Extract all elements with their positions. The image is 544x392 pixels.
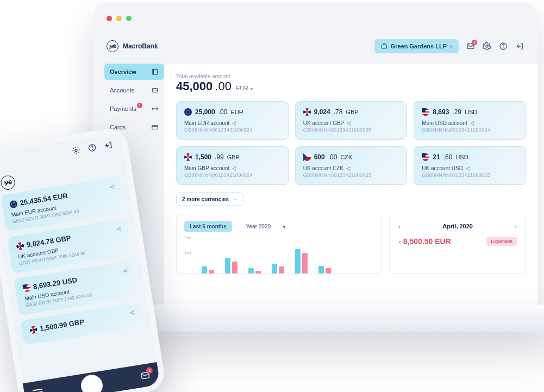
account-currency: USD xyxy=(455,154,468,160)
account-balance: 9,024 xyxy=(314,108,330,116)
svg-rect-0 xyxy=(382,45,386,49)
account-card[interactable]: 8,693.29 USD Main USD account GB06NNNN00… xyxy=(414,101,526,140)
menu-button[interactable] xyxy=(33,389,43,392)
logo-icon: M B xyxy=(107,40,118,52)
sidebar-item-overview[interactable]: Overview xyxy=(104,64,164,80)
flag-icon xyxy=(303,153,311,161)
share-icon[interactable] xyxy=(116,226,122,232)
account-card[interactable]: 9,024.78 GBP UK account GBP GB06NNNN0012… xyxy=(295,101,408,140)
account-iban: GB06NNNN00123421000024 xyxy=(184,127,280,133)
expenses-value: - 8,500.50 EUR xyxy=(398,237,451,246)
svg-point-11 xyxy=(347,123,348,124)
maximize-dot[interactable] xyxy=(126,16,132,21)
sidebar-item-label: Accounts xyxy=(110,87,134,94)
svg-point-38 xyxy=(130,313,131,314)
currency-chevron-icon[interactable]: ▾ xyxy=(251,86,253,91)
share-icon[interactable] xyxy=(122,267,128,273)
bar-pair xyxy=(225,258,237,273)
expense-bar xyxy=(279,266,284,273)
account-balance: 21 xyxy=(433,153,440,161)
account-iban: GB06NNNN00123421000025 xyxy=(303,172,399,178)
bar-pair xyxy=(248,268,261,273)
svg-point-28 xyxy=(92,150,93,150)
svg-rect-5 xyxy=(152,69,157,74)
svg-point-39 xyxy=(133,310,134,312)
accounts-icon xyxy=(151,86,159,94)
help-icon[interactable] xyxy=(87,143,97,153)
chevron-down-icon: ▾ xyxy=(278,222,291,232)
account-card[interactable]: 21.60 USD UK account USD GB06NNNN0012342… xyxy=(414,146,526,185)
account-card[interactable]: 600.00 CZK UK account CZK GB06NNNN001234… xyxy=(295,146,408,185)
flag-icon xyxy=(422,153,429,161)
gear-icon[interactable] xyxy=(71,145,81,155)
share-icon[interactable] xyxy=(346,121,352,126)
account-iban: GB06NNNN00123421000024 xyxy=(422,127,518,133)
share-icon[interactable] xyxy=(232,121,237,126)
share-icon[interactable] xyxy=(232,166,237,171)
org-selector[interactable]: Green Gardens LLP ▾ xyxy=(374,39,459,53)
chevron-down-icon: ▾ xyxy=(450,44,452,49)
svg-point-13 xyxy=(350,124,351,125)
expense-bar xyxy=(232,262,237,273)
share-icon[interactable] xyxy=(109,184,115,190)
account-currency: CZK xyxy=(340,154,352,160)
share-icon[interactable] xyxy=(129,309,135,315)
svg-point-40 xyxy=(133,313,134,314)
brand: M B MacroBank xyxy=(107,40,158,52)
total-amount: 45,000.00 EUR ▾ xyxy=(176,79,526,94)
flag-icon xyxy=(29,325,38,334)
account-grid: 25,000.00 EUR Main EUR account GB06NNNN0… xyxy=(176,101,526,185)
account-name: Main GBP account xyxy=(184,165,280,171)
range-tab-6m[interactable]: Last 6 months xyxy=(184,221,232,232)
mobile-balance: 1,500.99 GBP xyxy=(39,318,85,333)
brand-name: MacroBank xyxy=(123,42,158,50)
account-card[interactable]: 25,000.00 EUR Main EUR account GB06NNNN0… xyxy=(176,101,289,140)
inbox-button[interactable]: 2 xyxy=(466,42,475,51)
expense-bar xyxy=(255,271,261,273)
income-bar xyxy=(248,268,254,273)
account-balance: 1,500 xyxy=(195,153,211,161)
minimize-dot[interactable] xyxy=(116,16,122,21)
total-int: 45,000 xyxy=(176,79,212,94)
expense-bar xyxy=(302,253,308,273)
svg-point-20 xyxy=(347,168,348,169)
settings-button[interactable] xyxy=(483,42,491,51)
mobile-inbox-button[interactable]: 4 xyxy=(140,370,151,381)
window-controls xyxy=(107,16,132,21)
expenses-tag: Expenses xyxy=(486,237,517,246)
total-currency: EUR xyxy=(236,85,248,91)
account-balance: 600 xyxy=(314,153,325,161)
logout-icon[interactable] xyxy=(103,140,113,150)
more-currencies-label: 2 more currencies xyxy=(182,196,229,202)
flag-icon xyxy=(9,200,18,208)
account-balance: 25,000 xyxy=(195,108,215,116)
range-tab-year[interactable]: Year 2020 ▾ xyxy=(235,221,296,232)
chart-card: Last 6 months Year 2020 ▾ 30k 15k xyxy=(176,215,382,274)
close-dot[interactable] xyxy=(107,16,112,21)
logout-button[interactable] xyxy=(515,42,524,51)
svg-point-8 xyxy=(233,123,234,124)
share-icon[interactable] xyxy=(465,166,471,171)
sidebar-item-accounts[interactable]: Accounts xyxy=(104,82,164,98)
share-icon[interactable] xyxy=(346,166,351,171)
svg-point-23 xyxy=(466,168,467,169)
help-button[interactable] xyxy=(499,42,508,51)
svg-rect-7 xyxy=(152,126,158,129)
account-card[interactable]: 1,500.99 GBP Main GBP account GB06NNNN00… xyxy=(176,146,289,185)
svg-point-22 xyxy=(349,169,351,170)
svg-point-35 xyxy=(123,271,124,272)
chart-area: 30k 15k xyxy=(184,235,373,273)
more-currencies-button[interactable]: 2 more currencies → xyxy=(176,192,243,206)
transfer-icon xyxy=(151,105,159,113)
account-currency: USD xyxy=(465,109,477,115)
sidebar-item-payments[interactable]: Payments 1 xyxy=(104,101,164,117)
flag-icon xyxy=(16,241,24,250)
arrow-right-icon: → xyxy=(232,196,237,202)
svg-point-2 xyxy=(486,45,488,47)
expense-bar xyxy=(209,270,214,273)
overview-icon xyxy=(151,68,159,76)
summary-month[interactable]: April, 2020 xyxy=(398,223,517,229)
bar-pair xyxy=(202,266,214,273)
share-icon[interactable] xyxy=(470,121,475,126)
income-bar xyxy=(202,266,207,273)
